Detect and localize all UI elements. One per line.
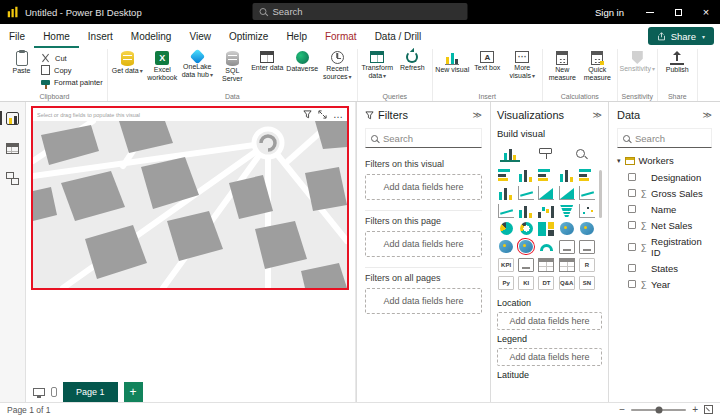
more-visuals-button[interactable]: More visuals▾ bbox=[505, 50, 540, 80]
sign-in-button[interactable]: Sign in bbox=[583, 0, 636, 24]
transform-data-button[interactable]: Transform data▾ bbox=[360, 50, 395, 80]
ribbon-tab-modeling[interactable]: Modeling bbox=[122, 24, 181, 48]
page-tab-page1[interactable]: Page 1 bbox=[63, 382, 118, 402]
field-states[interactable]: States bbox=[617, 260, 712, 276]
visual-type-ribbon-chart[interactable] bbox=[518, 204, 534, 218]
visual-type-multi-row-card[interactable] bbox=[579, 240, 595, 254]
visual-type-shape-map[interactable] bbox=[499, 240, 513, 253]
filter-icon[interactable] bbox=[303, 110, 312, 119]
zoom-out-button[interactable]: − bbox=[619, 404, 625, 415]
visual-type-line-and-clustered-column-chart[interactable] bbox=[498, 204, 514, 218]
analytics-tab[interactable] bbox=[570, 144, 590, 162]
ribbon-tab-home[interactable]: Home bbox=[34, 24, 79, 48]
ribbon-tab-format[interactable]: Format bbox=[316, 24, 366, 48]
visual-type-donut-chart[interactable] bbox=[520, 222, 533, 235]
sql-server-button[interactable]: SQL Server bbox=[215, 50, 250, 83]
field-gross-sales[interactable]: ∑Gross Sales bbox=[617, 185, 712, 201]
ribbon-tab-optimize[interactable]: Optimize bbox=[220, 24, 277, 48]
filter-drop-zone-filters-on-all-pages[interactable]: Add data fields here bbox=[365, 288, 482, 314]
add-page-button[interactable]: + bbox=[124, 382, 143, 402]
visual-type-slicer[interactable] bbox=[518, 258, 534, 272]
visual-type-card[interactable] bbox=[559, 240, 575, 254]
zoom-slider[interactable] bbox=[631, 409, 686, 411]
new-measure-button[interactable]: New measure bbox=[545, 50, 580, 82]
visual-type-clustered-column-chart[interactable] bbox=[559, 168, 575, 182]
ribbon-tab-file[interactable]: File bbox=[0, 24, 34, 48]
visual-type-line-and-stacked-column-chart[interactable] bbox=[579, 186, 595, 200]
field-checkbox[interactable] bbox=[628, 280, 636, 288]
visual-type-100-stacked-column-chart[interactable] bbox=[498, 186, 514, 200]
new-visual-button[interactable]: New visual bbox=[435, 50, 470, 74]
visual-type-azure-map[interactable] bbox=[519, 240, 533, 253]
refresh-button[interactable]: Refresh bbox=[395, 50, 430, 72]
filter-drop-zone-filters-on-this-page[interactable]: Add data fields here bbox=[365, 231, 482, 257]
sensitivity-button[interactable]: Sensitivity▾ bbox=[620, 50, 655, 73]
field-checkbox[interactable] bbox=[628, 221, 636, 229]
visual-type-funnel-chart[interactable] bbox=[560, 205, 573, 217]
zoom-slider-thumb[interactable] bbox=[655, 406, 662, 413]
build-visual-tab[interactable] bbox=[500, 144, 520, 162]
mobile-layout-icon[interactable] bbox=[51, 387, 57, 397]
cut-button[interactable]: Cut bbox=[41, 53, 103, 63]
recent-sources-button[interactable]: Recent sources▾ bbox=[320, 50, 355, 81]
visual-type-table[interactable] bbox=[538, 258, 554, 272]
share-button[interactable]: Share ▾ bbox=[648, 27, 714, 45]
report-view-button[interactable] bbox=[3, 109, 23, 127]
visual-type-python-visual[interactable]: Py bbox=[498, 276, 514, 290]
titlebar-search-input[interactable]: Search bbox=[253, 3, 468, 20]
field-year[interactable]: ∑Year bbox=[617, 276, 712, 292]
field-checkbox[interactable] bbox=[628, 243, 636, 251]
visual-type-filled-map[interactable] bbox=[580, 222, 594, 235]
format-visual-tab[interactable] bbox=[535, 144, 555, 162]
get-data-button[interactable]: Get data▾ bbox=[110, 50, 145, 75]
minimize-button[interactable] bbox=[636, 0, 664, 24]
visual-type-stacked-bar-chart[interactable] bbox=[498, 168, 514, 182]
visual-type-decomposition-tree[interactable]: DT bbox=[538, 276, 554, 290]
maximize-button[interactable] bbox=[664, 0, 692, 24]
visual-type-stacked-column-chart[interactable] bbox=[518, 168, 534, 182]
desktop-layout-icon[interactable] bbox=[33, 388, 45, 396]
visual-type-q-a[interactable]: Q&A bbox=[559, 276, 575, 290]
visual-type-pie-chart[interactable] bbox=[500, 222, 513, 235]
field-checkbox[interactable] bbox=[628, 173, 636, 181]
close-button[interactable]: × bbox=[692, 0, 720, 24]
chevron-down-icon[interactable]: ▾ bbox=[617, 157, 621, 165]
fit-to-page-icon[interactable] bbox=[704, 405, 713, 414]
ribbon-tab-data-drill[interactable]: Data / Drill bbox=[366, 24, 431, 48]
visual-type-gauge[interactable] bbox=[540, 244, 553, 251]
visual-type-matrix[interactable] bbox=[559, 258, 575, 272]
field-registration-id[interactable]: ∑Registration ID bbox=[617, 233, 712, 260]
zoom-in-button[interactable]: + bbox=[692, 404, 698, 415]
model-view-button[interactable] bbox=[3, 169, 23, 187]
visual-type-scatter-chart[interactable] bbox=[579, 204, 595, 218]
collapse-filters-icon[interactable]: ≫ bbox=[473, 110, 482, 120]
focus-mode-icon[interactable] bbox=[318, 110, 327, 119]
grid-scrollbar[interactable] bbox=[599, 170, 602, 218]
publish-button[interactable]: Publish bbox=[660, 50, 695, 74]
table-view-button[interactable] bbox=[3, 139, 23, 157]
field-net-sales[interactable]: ∑Net Sales bbox=[617, 217, 712, 233]
filter-drop-zone-filters-on-this-visual[interactable]: Add data fields here bbox=[365, 174, 482, 200]
selected-map-visual[interactable]: Select or drag fields to populate this v… bbox=[31, 106, 349, 290]
visual-type-100-stacked-bar-chart[interactable] bbox=[579, 168, 595, 182]
text-box-button[interactable]: AText box bbox=[470, 50, 505, 72]
onelake-data-hub-button[interactable]: OneLake data hub▾ bbox=[180, 50, 215, 79]
table-workers[interactable]: ▾ Workers bbox=[617, 155, 712, 166]
collapse-visualizations-icon[interactable]: ≫ bbox=[593, 110, 602, 120]
ribbon-tab-insert[interactable]: Insert bbox=[79, 24, 122, 48]
field-checkbox[interactable] bbox=[628, 264, 636, 272]
visual-type-map[interactable] bbox=[560, 222, 574, 235]
ribbon-tab-view[interactable]: View bbox=[180, 24, 220, 48]
enter-data-button[interactable]: Enter data bbox=[250, 50, 285, 72]
collapse-data-icon[interactable]: ≫ bbox=[703, 110, 712, 120]
field-well-location[interactable]: Add data fields here bbox=[497, 312, 602, 330]
visual-type-kpi[interactable]: KPI bbox=[498, 258, 514, 272]
visual-type-stacked-area-chart[interactable] bbox=[559, 186, 575, 200]
quick-measure-button[interactable]: Quick measure bbox=[580, 50, 615, 82]
report-canvas[interactable]: Select or drag fields to populate this v… bbox=[26, 102, 356, 382]
field-checkbox[interactable] bbox=[628, 189, 636, 197]
more-options-icon[interactable]: … bbox=[333, 113, 343, 117]
visual-type-key-influencers[interactable]: KI bbox=[518, 276, 534, 290]
excel-workbook-button[interactable]: XExcel workbook bbox=[145, 50, 180, 82]
visual-type-line-chart[interactable] bbox=[518, 186, 534, 200]
